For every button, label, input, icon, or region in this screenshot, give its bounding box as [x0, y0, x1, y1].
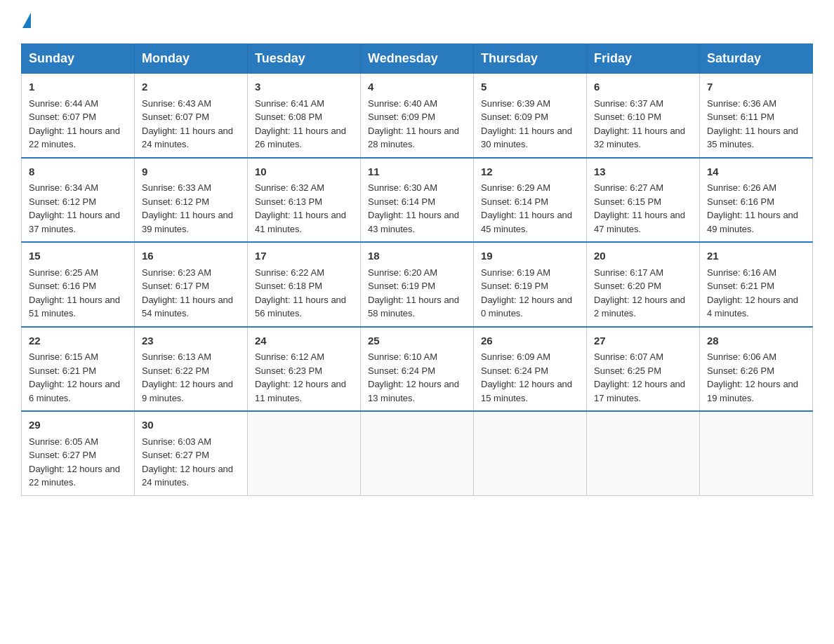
sunrise-text: Sunrise: 6:27 AM [594, 182, 663, 193]
calendar-cell: 30Sunrise: 6:03 AMSunset: 6:27 PMDayligh… [135, 411, 248, 495]
calendar-cell: 18Sunrise: 6:20 AMSunset: 6:19 PMDayligh… [361, 242, 474, 327]
calendar-cell: 13Sunrise: 6:27 AMSunset: 6:15 PMDayligh… [587, 158, 700, 243]
daylight-text: Daylight: 11 hours and 37 minutes. [29, 210, 120, 234]
calendar-cell: 22Sunrise: 6:15 AMSunset: 6:21 PMDayligh… [22, 327, 135, 412]
day-number: 7 [707, 79, 805, 95]
sunrise-text: Sunrise: 6:03 AM [142, 436, 211, 447]
day-number: 27 [594, 333, 692, 349]
sunset-text: Sunset: 6:19 PM [368, 281, 435, 291]
day-number: 30 [142, 417, 240, 434]
sunset-text: Sunset: 6:20 PM [594, 281, 661, 291]
calendar-cell: 20Sunrise: 6:17 AMSunset: 6:20 PMDayligh… [587, 242, 700, 327]
sunrise-text: Sunrise: 6:29 AM [481, 182, 550, 193]
calendar-cell [248, 411, 361, 495]
sunrise-text: Sunrise: 6:23 AM [142, 267, 211, 278]
sunrise-text: Sunrise: 6:19 AM [481, 267, 550, 278]
calendar-cell: 14Sunrise: 6:26 AMSunset: 6:16 PMDayligh… [700, 158, 813, 243]
sunset-text: Sunset: 6:27 PM [142, 450, 209, 460]
sunset-text: Sunset: 6:11 PM [707, 112, 774, 122]
daylight-text: Daylight: 11 hours and 58 minutes. [368, 295, 459, 319]
daylight-text: Daylight: 11 hours and 47 minutes. [594, 210, 685, 234]
calendar-cell: 25Sunrise: 6:10 AMSunset: 6:24 PMDayligh… [361, 327, 474, 412]
sunrise-text: Sunrise: 6:15 AM [29, 351, 98, 362]
daylight-text: Daylight: 11 hours and 30 minutes. [481, 126, 572, 150]
sunset-text: Sunset: 6:07 PM [142, 112, 209, 122]
calendar-cell: 9Sunrise: 6:33 AMSunset: 6:12 PMDaylight… [135, 158, 248, 243]
day-number: 4 [368, 79, 466, 95]
page-header [21, 14, 813, 29]
daylight-text: Daylight: 11 hours and 49 minutes. [707, 210, 798, 234]
sunset-text: Sunset: 6:23 PM [255, 365, 322, 376]
day-number: 18 [368, 248, 466, 264]
sunrise-text: Sunrise: 6:41 AM [255, 98, 324, 109]
sunset-text: Sunset: 6:25 PM [594, 365, 661, 376]
sunrise-text: Sunrise: 6:10 AM [368, 351, 437, 362]
day-number: 9 [142, 164, 240, 180]
logo [21, 14, 32, 29]
calendar-cell: 24Sunrise: 6:12 AMSunset: 6:23 PMDayligh… [248, 327, 361, 412]
calendar-cell: 2Sunrise: 6:43 AMSunset: 6:07 PMDaylight… [135, 74, 248, 158]
sunset-text: Sunset: 6:12 PM [142, 196, 209, 207]
col-header-thursday: Thursday [474, 44, 587, 74]
sunrise-text: Sunrise: 6:34 AM [29, 182, 98, 193]
sunrise-text: Sunrise: 6:09 AM [481, 351, 550, 362]
daylight-text: Daylight: 12 hours and 24 minutes. [142, 464, 233, 488]
col-header-monday: Monday [135, 44, 248, 74]
sunrise-text: Sunrise: 6:39 AM [481, 98, 550, 109]
calendar-cell: 6Sunrise: 6:37 AMSunset: 6:10 PMDaylight… [587, 74, 700, 158]
sunrise-text: Sunrise: 6:16 AM [707, 267, 776, 278]
sunset-text: Sunset: 6:27 PM [29, 450, 96, 460]
calendar-cell [361, 411, 474, 495]
calendar-cell: 4Sunrise: 6:40 AMSunset: 6:09 PMDaylight… [361, 74, 474, 158]
sunset-text: Sunset: 6:14 PM [368, 196, 435, 207]
calendar-week-row: 22Sunrise: 6:15 AMSunset: 6:21 PMDayligh… [22, 327, 813, 412]
daylight-text: Daylight: 11 hours and 32 minutes. [594, 126, 685, 150]
sunset-text: Sunset: 6:26 PM [707, 365, 774, 376]
day-number: 25 [368, 333, 466, 349]
day-number: 3 [255, 79, 353, 95]
calendar-cell: 15Sunrise: 6:25 AMSunset: 6:16 PMDayligh… [22, 242, 135, 327]
day-number: 16 [142, 248, 240, 264]
calendar-cell: 5Sunrise: 6:39 AMSunset: 6:09 PMDaylight… [474, 74, 587, 158]
sunset-text: Sunset: 6:17 PM [142, 281, 209, 291]
daylight-text: Daylight: 12 hours and 13 minutes. [368, 379, 459, 403]
daylight-text: Daylight: 11 hours and 39 minutes. [142, 210, 233, 234]
col-header-wednesday: Wednesday [361, 44, 474, 74]
sunset-text: Sunset: 6:08 PM [255, 112, 322, 122]
daylight-text: Daylight: 12 hours and 11 minutes. [255, 379, 346, 403]
daylight-text: Daylight: 12 hours and 9 minutes. [142, 379, 233, 403]
sunrise-text: Sunrise: 6:37 AM [594, 98, 663, 109]
calendar-cell: 21Sunrise: 6:16 AMSunset: 6:21 PMDayligh… [700, 242, 813, 327]
day-number: 2 [142, 79, 240, 95]
sunset-text: Sunset: 6:19 PM [481, 281, 548, 291]
sunrise-text: Sunrise: 6:36 AM [707, 98, 776, 109]
sunset-text: Sunset: 6:24 PM [481, 365, 548, 376]
day-number: 26 [481, 333, 579, 349]
day-number: 14 [707, 164, 805, 180]
calendar-cell: 27Sunrise: 6:07 AMSunset: 6:25 PMDayligh… [587, 327, 700, 412]
calendar-cell: 7Sunrise: 6:36 AMSunset: 6:11 PMDaylight… [700, 74, 813, 158]
day-number: 11 [368, 164, 466, 180]
daylight-text: Daylight: 12 hours and 22 minutes. [29, 464, 120, 488]
sunrise-text: Sunrise: 6:33 AM [142, 182, 211, 193]
sunrise-text: Sunrise: 6:17 AM [594, 267, 663, 278]
calendar-cell: 12Sunrise: 6:29 AMSunset: 6:14 PMDayligh… [474, 158, 587, 243]
daylight-text: Daylight: 12 hours and 19 minutes. [707, 379, 798, 403]
sunset-text: Sunset: 6:16 PM [29, 281, 96, 291]
calendar-cell: 28Sunrise: 6:06 AMSunset: 6:26 PMDayligh… [700, 327, 813, 412]
day-number: 1 [29, 79, 127, 95]
calendar-cell: 11Sunrise: 6:30 AMSunset: 6:14 PMDayligh… [361, 158, 474, 243]
day-number: 28 [707, 333, 805, 349]
sunrise-text: Sunrise: 6:05 AM [29, 436, 98, 447]
daylight-text: Daylight: 11 hours and 22 minutes. [29, 126, 120, 150]
day-number: 17 [255, 248, 353, 264]
day-number: 8 [29, 164, 127, 180]
sunset-text: Sunset: 6:24 PM [368, 365, 435, 376]
calendar-week-row: 8Sunrise: 6:34 AMSunset: 6:12 PMDaylight… [22, 158, 813, 243]
sunrise-text: Sunrise: 6:40 AM [368, 98, 437, 109]
sunset-text: Sunset: 6:12 PM [29, 196, 96, 207]
sunrise-text: Sunrise: 6:26 AM [707, 182, 776, 193]
sunrise-text: Sunrise: 6:44 AM [29, 98, 98, 109]
day-number: 13 [594, 164, 692, 180]
daylight-text: Daylight: 11 hours and 43 minutes. [368, 210, 459, 234]
